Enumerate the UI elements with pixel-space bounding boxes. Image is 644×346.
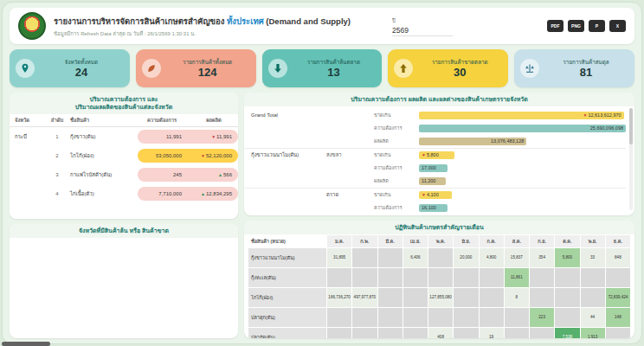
calendar-cell[interactable] [581,288,605,307]
calendar-cell[interactable]: 223 [530,308,554,327]
kpi-card-total-products[interactable]: รายการสินค้าทั้งหมด124 [136,49,256,87]
calendar-cell[interactable]: 19 [480,328,504,338]
calendar-cell[interactable]: 6,406 [403,248,428,267]
matrix-row[interactable]: Grand Totalขาดเกิน▼12,613,612,970 [244,109,626,122]
calendar-cell[interactable] [555,268,579,287]
demand-table-row[interactable]: 3กาแฟโรบัสต้า(ตัน)245▲566 [10,165,238,184]
year-slicer[interactable]: ปี 2569 [392,16,487,36]
export-pdf-button[interactable]: PDF [547,20,564,32]
calendar-cell[interactable]: 354 [530,248,554,267]
calendar-cell[interactable]: 166,736,270 [327,288,351,307]
calendar-cell[interactable]: 5,800 [555,248,579,267]
calendar-cell[interactable] [454,288,478,307]
calendar-cell[interactable] [505,308,529,327]
calendar-cell[interactable] [327,268,351,287]
calendar-cell[interactable] [454,328,478,338]
calendar-cell[interactable] [378,248,402,267]
calendar-cell[interactable] [555,308,579,327]
calendar-cell[interactable]: 127,855,080 [428,288,453,307]
demand-table-row[interactable]: 4ไก่เนื้อ(ตัว)7,710,000▲12,834,295 [10,184,238,203]
calendar-cell[interactable] [352,308,377,327]
calendar-cell[interactable] [428,308,453,327]
matrix-row[interactable]: กุ้งขาวแวนนาไม(ตัน)สงขลาขาดเกิน▼5,800 [244,148,626,162]
calendar-cell[interactable] [454,268,478,287]
calendar-cell[interactable] [606,268,630,287]
matrix-scrollbar-thumb[interactable] [629,108,633,144]
calendar-cell[interactable]: 848 [606,248,630,267]
month-header: ก.พ. [352,235,377,247]
matrix-bar-value: 11,200 [422,178,435,183]
calendar-cell[interactable] [480,268,504,287]
calendar-cell[interactable]: 11,861 [505,268,529,287]
calendar-cell[interactable] [428,248,453,267]
calendar-cell[interactable]: 31,895 [327,248,351,267]
calendar-cell[interactable]: 7,538 [555,328,579,338]
calendar-cell[interactable] [352,268,377,287]
calendar-cell[interactable] [378,328,402,338]
calendar-cell[interactable] [530,328,554,338]
calendar-cell[interactable] [327,308,351,327]
matrix-row[interactable]: ความต้องการ16,100 [244,202,626,215]
calendar-cell[interactable] [403,328,428,338]
calendar-corner-header: ชื่อสินค้า (หน่วย) [248,235,326,247]
rank-cell: 3 [46,165,68,184]
calendar-cell[interactable] [403,288,428,307]
calendar-cell[interactable] [378,268,402,287]
calendar-cell[interactable]: 20,000 [454,248,478,267]
calendar-cell[interactable]: 8 [505,288,529,307]
title-scope-link[interactable]: ทั้งประเทศ [227,16,264,26]
calendar-cell[interactable]: 15,837 [505,248,529,267]
matrix-row[interactable]: ผลผลิต [244,215,626,215]
calendar-cell[interactable]: 4,800 [480,248,504,267]
month-header: ก.ย. [530,235,554,247]
export-buttons: PDFPNGPX [547,20,626,32]
calendar-cell[interactable] [454,308,478,327]
calendar-cell[interactable] [352,248,377,267]
demand-table-row[interactable]: กระบี่1กุ้งขาว(ตัน)11,991▼11,991 [10,126,238,146]
calendar-product-name: ปลาดุก(ตัน) [248,308,326,327]
kpi-card-balanced-products[interactable]: รายการสินค้าสมดุล81 [514,49,634,87]
matrix-row[interactable]: ความต้องการ17,000 [244,162,626,175]
matrix-row[interactable]: ตราดขาดเกิน▼4,100 [244,188,626,202]
calendar-cell[interactable]: 408 [428,328,453,338]
calendar-cell[interactable] [403,268,428,287]
demand-supply-table-panel: ปริมาณความต้องการ และ ปริมาณผลผลิตของสิน… [10,93,238,219]
calendar-cell[interactable] [530,288,554,307]
calendar-cell[interactable] [403,308,428,327]
matrix-row[interactable]: ผลผลิต13,076,483,128 [244,135,626,148]
calendar-cell[interactable] [428,268,453,287]
calendar-cell[interactable] [606,328,630,338]
calendar-cell[interactable]: 33 [581,248,605,267]
matrix-row[interactable]: ผลผลิต11,200 [244,175,626,188]
calendar-cell[interactable] [530,268,554,287]
month-header: ส.ค. [505,235,529,247]
header-bar: รายงานการบริหารจัดการสินค้าเกษตรสำคัญของ… [10,8,634,44]
year-slicer-value[interactable]: 2569 [392,25,453,36]
page-hscrollbar-thumb[interactable] [2,342,50,346]
calendar-cell[interactable]: 148 [606,308,630,327]
matrix-row[interactable]: ความต้องการ25,690,096,098 [244,122,626,135]
calendar-table: ชื่อสินค้า (หน่วย)ม.ค.ก.พ.มี.ค.เม.ย.พ.ค.… [248,234,631,338]
kpi-card-oversupply-products[interactable]: รายการสินค้าล้นตลาด13 [262,49,383,87]
calendar-title: ปฏิทินสินค้าเกษตรสำคัญรายเดือน [244,221,634,234]
calendar-cell[interactable]: 44 [581,308,605,327]
demand-table-row[interactable]: 2โกโก้(ฝอง)53,050,000▼52,120,000 [10,146,238,165]
calendar-cell[interactable] [352,328,377,338]
calendar-cell[interactable] [480,288,504,307]
calendar-cell[interactable]: 1,913 [581,328,605,338]
kpi-card-undersupply-products[interactable]: รายการสินค้าขาดตลาด30 [388,49,508,87]
calendar-cell[interactable]: 497,977,870 [352,288,377,307]
calendar-cell[interactable] [480,308,504,327]
calendar-cell[interactable] [505,328,529,338]
kpi-card-total-provinces[interactable]: จังหวัดทั้งหมด24 [10,49,130,87]
matrix-scrollbar[interactable] [629,108,633,210]
calendar-cell[interactable] [327,328,351,338]
calendar-cell[interactable] [378,308,402,327]
calendar-cell[interactable] [378,288,402,307]
export-x-button[interactable]: X [609,20,626,32]
calendar-cell[interactable] [555,288,579,307]
calendar-cell[interactable] [581,268,605,287]
calendar-cell[interactable]: 72,839,424 [606,288,630,307]
export-p-button[interactable]: P [589,20,605,32]
export-png-button[interactable]: PNG [568,20,584,32]
